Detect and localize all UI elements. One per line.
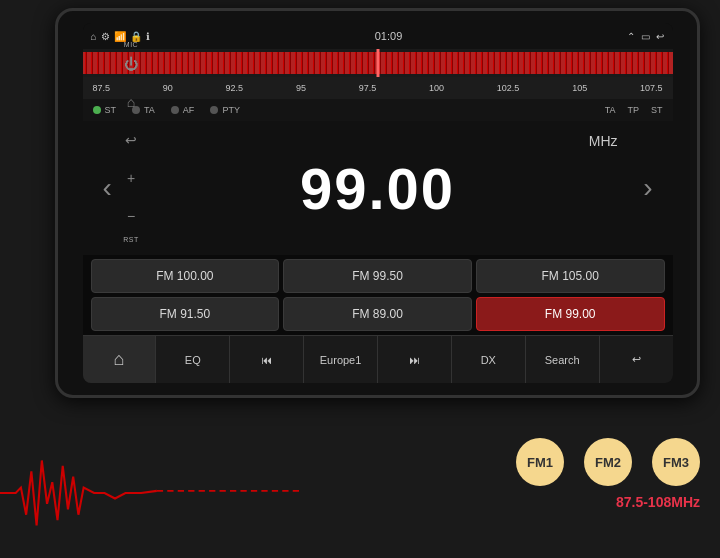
signal-status-icon: 📶 xyxy=(114,31,126,42)
status-icons-right: ⌃ ▭ ↩ xyxy=(627,31,664,42)
toolbar-dx-button[interactable]: DX xyxy=(452,336,526,383)
freq-display: ‹ 99.00 MHz › xyxy=(83,121,673,255)
freq-needle xyxy=(376,49,379,77)
vol-down-button[interactable]: − xyxy=(121,206,141,226)
home-side-button[interactable]: ⌂ xyxy=(121,92,141,112)
freq-label-2: 92.5 xyxy=(226,83,244,93)
preset-btn-5[interactable]: FM 99.00 xyxy=(476,297,665,331)
status-time: 01:09 xyxy=(375,30,403,42)
info-status-icon: ℹ xyxy=(146,31,150,42)
freq-nav-right-button[interactable]: › xyxy=(633,162,662,214)
wifi-status-icon: 🔒 xyxy=(130,31,142,42)
status-bar: ⌂ ⚙ 📶 🔒 ℹ 01:09 ⌃ ▭ ↩ xyxy=(83,23,673,49)
power-button[interactable]: ⏻ xyxy=(121,54,141,74)
freq-label-5: 100 xyxy=(429,83,444,93)
freq-scale: 87.5 90 92.5 95 97.5 100 102.5 105 107.5 xyxy=(83,77,673,99)
indicator-dot-st xyxy=(93,106,101,114)
rst-label: RST xyxy=(123,236,139,243)
indicator-pty: PTY xyxy=(210,105,240,115)
mic-label: MIC xyxy=(124,41,138,48)
device-shell: MIC ⏻ ⌂ ↩ + − RST ⌂ ⚙ 📶 🔒 ℹ 01:09 ⌃ ▭ ↩ xyxy=(55,8,700,398)
waveform-svg xyxy=(0,428,460,558)
freq-label-3: 95 xyxy=(296,83,306,93)
status-icons-left: ⌂ ⚙ 📶 🔒 ℹ xyxy=(91,31,150,42)
indicator-dot-pty xyxy=(210,106,218,114)
preset-btn-2[interactable]: FM 105.00 xyxy=(476,259,665,293)
freq-main-value: 99.00 xyxy=(300,155,455,222)
indicator-dot-af xyxy=(171,106,179,114)
freq-label-8: 107.5 xyxy=(640,83,663,93)
fm2-badge: FM2 xyxy=(584,438,632,486)
fm-badges-row: FM1 FM2 FM3 xyxy=(516,438,700,486)
freq-label-0: 87.5 xyxy=(93,83,111,93)
preset-grid: FM 100.00 FM 99.50 FM 105.00 FM 91.50 FM… xyxy=(83,255,673,335)
radio-indicators: ST TA AF PTY TA TP ST xyxy=(83,99,673,121)
toolbar-eq-button[interactable]: EQ xyxy=(156,336,230,383)
indicator-ta-right: TA xyxy=(605,105,616,115)
bottom-toolbar: ⌂ EQ ⏮ Europe1 ⏭ DX Search ↩ xyxy=(83,335,673,383)
fm3-badge: FM3 xyxy=(652,438,700,486)
side-buttons: MIC ⏻ ⌂ ↩ + − RST xyxy=(116,41,146,401)
toolbar-search-button[interactable]: Search xyxy=(526,336,600,383)
screen: ⌂ ⚙ 📶 🔒 ℹ 01:09 ⌃ ▭ ↩ 87.5 90 92.5 xyxy=(83,23,673,383)
freq-labels: 87.5 90 92.5 95 97.5 100 102.5 105 107.5 xyxy=(93,83,663,93)
preset-btn-1[interactable]: FM 99.50 xyxy=(283,259,472,293)
indicator-st: ST xyxy=(93,105,117,115)
indicator-af: AF xyxy=(171,105,195,115)
window-icon: ▭ xyxy=(641,31,650,42)
back-status-icon: ↩ xyxy=(656,31,664,42)
freq-label-1: 90 xyxy=(163,83,173,93)
bottom-section: FM1 FM2 FM3 87.5-108MHz xyxy=(0,400,720,558)
indicator-st-right: ST xyxy=(651,105,663,115)
fm-freq-range: 87.5-108MHz xyxy=(616,494,700,510)
freq-label-4: 97.5 xyxy=(359,83,377,93)
freq-label-6: 102.5 xyxy=(497,83,520,93)
preset-btn-4[interactable]: FM 89.00 xyxy=(283,297,472,331)
home-status-icon: ⌂ xyxy=(91,31,97,42)
freq-bar-container[interactable] xyxy=(83,49,673,77)
expand-icon: ⌃ xyxy=(627,31,635,42)
toolbar-back-button[interactable]: ↩ xyxy=(600,336,673,383)
vol-up-button[interactable]: + xyxy=(121,168,141,188)
fm-badges-area: FM1 FM2 FM3 87.5-108MHz xyxy=(460,428,720,558)
toolbar-region-button[interactable]: Europe1 xyxy=(304,336,378,383)
fm1-badge: FM1 xyxy=(516,438,564,486)
indicator-tp-right: TP xyxy=(627,105,639,115)
indicator-right: TA TP ST xyxy=(605,105,663,115)
freq-unit: MHz xyxy=(589,133,618,149)
settings-status-icon: ⚙ xyxy=(101,31,110,42)
waveform-area xyxy=(0,428,460,558)
freq-label-7: 105 xyxy=(572,83,587,93)
back-side-button[interactable]: ↩ xyxy=(121,130,141,150)
toolbar-prev-button[interactable]: ⏮ xyxy=(230,336,304,383)
toolbar-next-button[interactable]: ⏭ xyxy=(378,336,452,383)
